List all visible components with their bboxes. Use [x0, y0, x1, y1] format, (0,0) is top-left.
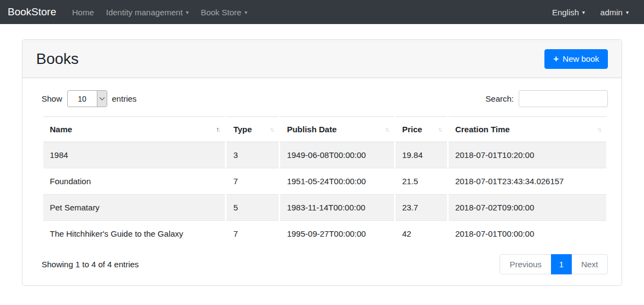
new-book-button-label: New book: [562, 54, 599, 63]
table-footer: Showing 1 to 4 of 4 entries Previous 1 N…: [42, 254, 608, 274]
sort-desc-icon: ↓: [271, 126, 272, 133]
previous-page-button[interactable]: Previous: [500, 254, 551, 274]
books-table: Name ↑↓ Type ↑↓ Publish Date ↑↓ Price: [42, 116, 608, 247]
column-header-name-label: Name: [50, 125, 72, 134]
search-input[interactable]: [519, 90, 608, 107]
cell-price: 42: [394, 221, 448, 247]
sort-icon: ↑↓: [438, 126, 443, 133]
table-body: 1984 3 1949-06-08T00:00:00 19.84 2018-07…: [43, 142, 607, 247]
sort-desc-icon: ↓: [439, 126, 441, 133]
books-card: Books + New book Show 10 entries: [22, 39, 622, 286]
pagination: Previous 1 Next: [500, 254, 608, 274]
cell-type: 7: [226, 221, 280, 247]
nav-item-identity-management[interactable]: Identity management ▾: [100, 2, 195, 22]
table-header-row: Name ↑↓ Type ↑↓ Publish Date ↑↓ Price: [43, 117, 607, 142]
card-header: Books + New book: [22, 40, 622, 78]
caret-down-icon: ▾: [626, 10, 629, 15]
language-dropdown[interactable]: English ▾: [544, 2, 593, 22]
sort-icon: ↑↓: [597, 126, 602, 133]
column-header-type-label: Type: [233, 125, 252, 134]
cell-creation-time: 2018-07-01T10:20:00: [448, 142, 607, 168]
sort-desc-icon: ↓: [599, 126, 600, 133]
entries-label: entries: [112, 94, 137, 103]
cell-type: 5: [226, 195, 280, 221]
cell-creation-time: 2018-07-01T00:00:00: [448, 221, 607, 247]
column-header-publish-date-label: Publish Date: [287, 125, 336, 134]
sort-desc-icon: ↓: [217, 126, 219, 133]
search-label: Search:: [485, 94, 514, 103]
table-row: Foundation 7 1951-05-24T00:00:00 21.5 20…: [43, 168, 607, 195]
cell-creation-time: 2018-07-02T09:00:00: [448, 195, 607, 221]
navbar: BookStore Home Identity management ▾ Boo…: [0, 0, 644, 24]
sort-icon: ↑↓: [269, 126, 274, 133]
nav-item-book-store-label: Book Store: [201, 8, 241, 17]
entries-select[interactable]: 10: [67, 90, 107, 107]
page-title: Books: [36, 50, 79, 68]
cell-publish-date: 1983-11-14T00:00:00: [280, 195, 395, 221]
sort-icon: ↑↓: [216, 126, 221, 133]
cell-price: 19.84: [394, 142, 448, 168]
show-label: Show: [42, 94, 62, 103]
cell-name: 1984: [43, 142, 226, 168]
next-page-button[interactable]: Next: [571, 254, 608, 274]
cell-name: Pet Sematary: [43, 195, 226, 221]
cell-price: 21.5: [394, 168, 448, 195]
cell-type: 3: [226, 142, 280, 168]
table-row: The Hitchhiker's Guide to the Galaxy 7 1…: [43, 221, 607, 247]
brand-link[interactable]: BookStore: [8, 6, 56, 18]
column-header-price-label: Price: [402, 125, 422, 134]
cell-type: 7: [226, 168, 280, 195]
sort-icon: ↑↓: [385, 126, 390, 133]
user-dropdown[interactable]: admin ▾: [593, 2, 636, 22]
nav-menu: Home Identity management ▾ Book Store ▾: [66, 2, 544, 22]
sort-desc-icon: ↓: [386, 126, 388, 133]
caret-down-icon: ▾: [582, 10, 585, 15]
language-label: English: [552, 8, 579, 17]
column-header-creation-time-label: Creation Time: [455, 125, 510, 134]
caret-down-icon: ▾: [245, 10, 247, 15]
cell-publish-date: 1995-09-27T00:00:00: [280, 221, 395, 247]
user-label: admin: [600, 8, 623, 17]
cell-name: Foundation: [43, 168, 226, 195]
new-book-button[interactable]: + New book: [544, 49, 608, 69]
cell-name: The Hitchhiker's Guide to the Galaxy: [43, 221, 226, 247]
cell-creation-time: 2018-07-01T23:43:34.026157: [448, 168, 607, 195]
table-header: Name ↑↓ Type ↑↓ Publish Date ↑↓ Price: [43, 117, 607, 142]
caret-down-icon: ▾: [186, 10, 189, 15]
plus-icon: +: [553, 54, 559, 63]
table-row: 1984 3 1949-06-08T00:00:00 19.84 2018-07…: [43, 142, 607, 168]
nav-right: English ▾ admin ▾: [544, 2, 636, 22]
entries-info: Showing 1 to 4 of 4 entries: [42, 260, 139, 269]
column-header-publish-date[interactable]: Publish Date ↑↓: [280, 117, 395, 142]
page-1-button[interactable]: 1: [551, 254, 572, 274]
column-header-price[interactable]: Price ↑↓: [394, 117, 448, 142]
main-content: Books + New book Show 10 entries: [0, 24, 644, 286]
cell-publish-date: 1949-06-08T00:00:00: [280, 142, 395, 168]
cell-publish-date: 1951-05-24T00:00:00: [280, 168, 395, 195]
search-control: Search:: [485, 90, 608, 107]
page-length-control: Show 10 entries: [42, 90, 137, 107]
entries-select-value: 10: [68, 91, 97, 107]
column-header-type[interactable]: Type ↑↓: [226, 117, 280, 142]
table-controls: Show 10 entries Search:: [42, 90, 608, 107]
nav-item-book-store[interactable]: Book Store ▾: [195, 2, 253, 22]
nav-item-home[interactable]: Home: [66, 2, 100, 22]
card-body: Show 10 entries Search:: [22, 78, 622, 285]
column-header-creation-time[interactable]: Creation Time ↑↓: [448, 117, 607, 142]
column-header-name[interactable]: Name ↑↓: [43, 117, 226, 142]
cell-price: 23.7: [394, 195, 448, 221]
chevron-down-icon: [99, 95, 105, 101]
table-row: Pet Sematary 5 1983-11-14T00:00:00 23.7 …: [43, 195, 607, 221]
nav-item-home-label: Home: [72, 8, 94, 17]
nav-item-identity-management-label: Identity management: [106, 8, 183, 17]
select-dropdown-button: [97, 91, 107, 107]
